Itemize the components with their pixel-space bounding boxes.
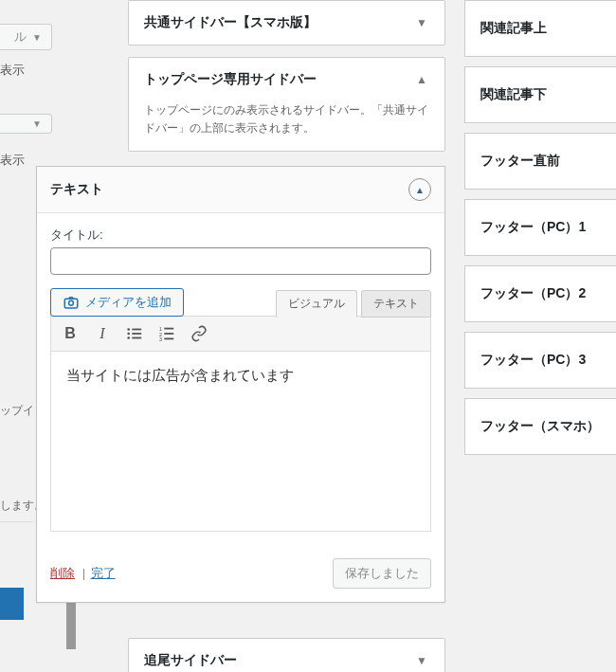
svg-rect-11 xyxy=(164,333,173,335)
title-label: タイトル: xyxy=(50,227,431,244)
chevron-down-icon: ▼ xyxy=(32,32,42,43)
collapse-toggle-button[interactable]: ▲ xyxy=(408,178,431,201)
save-status: 保存しました xyxy=(333,558,431,589)
italic-button[interactable]: I xyxy=(91,322,114,345)
chevron-down-icon: ▼ xyxy=(414,14,429,31)
svg-rect-13 xyxy=(164,338,173,340)
widget-area-item[interactable]: フッター（PC）2 xyxy=(464,265,616,322)
bold-button[interactable]: B xyxy=(59,322,82,345)
bullet-list-button[interactable] xyxy=(123,322,146,345)
svg-point-4 xyxy=(127,333,130,336)
chevron-down-icon: ▼ xyxy=(32,118,42,129)
editor-content[interactable]: 当サイトには広告が含まれています xyxy=(50,352,431,532)
title-input[interactable] xyxy=(50,247,431,275)
done-link[interactable]: 完了 xyxy=(91,566,116,580)
widget-area-desc: トップページにのみ表示されるサイドバー。「共通サイドバー」の上部に表示されます。 xyxy=(129,101,444,151)
widget-area-item[interactable]: フッター直前 xyxy=(464,133,616,190)
media-button-label: メディアを追加 xyxy=(85,294,172,311)
widget-area-label: フッター直前 xyxy=(480,153,560,168)
widget-area-label: フッター（スマホ） xyxy=(480,418,600,433)
numbered-list-icon: 123 xyxy=(158,325,175,342)
chevron-up-icon: ▲ xyxy=(414,71,429,88)
widget-area-item[interactable]: フッター（スマホ） xyxy=(464,398,616,455)
left-drop-text: ップイ xyxy=(0,403,34,419)
widget-editor-panel: テキスト ▲ タイトル: メディアを追加 ビジュアル テキスト xyxy=(36,166,445,603)
widget-area-expanded[interactable]: トップページ専用サイドバー ▲ トップページにのみ表示されるサイドバー。「共通サ… xyxy=(128,57,445,152)
widget-area-item[interactable]: 関連記事上 xyxy=(464,0,616,57)
svg-point-1 xyxy=(69,300,74,305)
editor-toolbar: B I 123 xyxy=(50,316,431,352)
left-text-2: 表示 xyxy=(0,152,25,169)
widget-area-item[interactable]: 関連記事下 xyxy=(464,66,616,123)
widget-area-label: 関連記事上 xyxy=(480,20,547,35)
camera-icon xyxy=(63,294,80,311)
widget-area-title: 追尾サイドバー xyxy=(144,652,237,669)
delete-link[interactable]: 削除 xyxy=(50,566,75,580)
widget-area-item[interactable]: フッター（PC）3 xyxy=(464,332,616,389)
svg-rect-3 xyxy=(132,329,141,331)
link-button[interactable] xyxy=(188,322,210,345)
left-select-1[interactable]: ル ▼ xyxy=(0,24,52,50)
widget-area-item[interactable]: フッター（PC）1 xyxy=(464,199,616,256)
widget-area-label: フッター（PC）3 xyxy=(480,352,586,367)
chevron-down-icon: ▼ xyxy=(414,652,429,669)
left-text-1: 表示 xyxy=(0,62,25,79)
svg-rect-5 xyxy=(132,333,141,335)
separator: | xyxy=(82,566,85,580)
left-select-2[interactable]: ▼ xyxy=(0,114,52,134)
widget-area-title: トップページ専用サイドバー xyxy=(144,71,317,88)
widget-area-collapsed[interactable]: 共通サイドバー【スマホ版】 ▼ xyxy=(128,0,445,45)
link-icon xyxy=(190,325,208,342)
svg-text:3: 3 xyxy=(159,336,162,342)
tab-visual[interactable]: ビジュアル xyxy=(276,290,357,318)
svg-rect-9 xyxy=(164,328,173,330)
divider xyxy=(0,521,33,522)
widget-name: テキスト xyxy=(50,181,103,198)
submit-button[interactable] xyxy=(0,588,24,620)
bullet-list-icon xyxy=(126,325,143,342)
widget-area-title: 共通サイドバー【スマホ版】 xyxy=(144,14,317,31)
svg-rect-7 xyxy=(132,337,141,339)
widget-area-label: フッター（PC）2 xyxy=(480,285,586,300)
widget-area-label: 関連記事下 xyxy=(480,86,547,101)
frag1-label: ル xyxy=(14,28,27,45)
add-media-button[interactable]: メディアを追加 xyxy=(50,288,184,317)
numbered-list-button[interactable]: 123 xyxy=(155,322,178,345)
svg-point-6 xyxy=(127,336,130,339)
svg-point-2 xyxy=(127,328,130,331)
tab-text[interactable]: テキスト xyxy=(361,290,431,318)
widget-area-label: フッター（PC）1 xyxy=(480,219,586,234)
widget-area-collapsed[interactable]: 追尾サイドバー ▼ xyxy=(128,638,445,672)
